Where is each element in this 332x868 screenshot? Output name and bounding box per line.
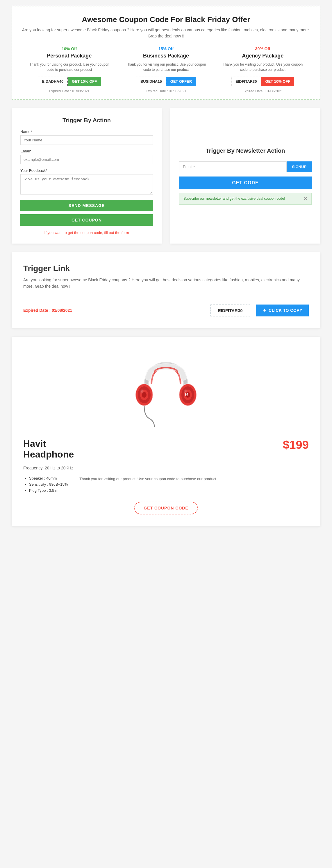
subscribe-note-text: Subscribe our newsletter and get the exc…	[184, 196, 285, 200]
name-group: Name*	[20, 129, 153, 145]
specs-list: Speaker : 40mm Sensitivity : 98dB+15% Pl…	[23, 476, 68, 493]
product-section: R HavitHeadphone $199 Frequency: 20 Hz t…	[11, 337, 321, 526]
personal-coupon-row: EIDADHA40 GET 10% OFF	[27, 76, 112, 86]
agency-code: EIDFITAR30	[231, 76, 261, 86]
headphone-image: R	[125, 348, 207, 430]
name-label: Name*	[20, 129, 153, 134]
svg-point-4	[140, 389, 144, 395]
get-coupon-button[interactable]: GET COUPON	[20, 214, 153, 226]
spec-item: Sensitivity : 98dB+15%	[29, 482, 68, 487]
name-input[interactable]	[20, 135, 153, 145]
product-price: $199	[283, 438, 309, 452]
business-code: BUSIDHA15	[136, 76, 166, 86]
trigger-action-form: Trigger By Action Name* Email* Your Feed…	[11, 108, 162, 244]
business-desc: Thank you for visiting our product. Use …	[123, 62, 209, 72]
email-group: Email*	[20, 149, 153, 164]
trigger-link-row: Expired Date : 01/08/2021 EIDFITAR30 ✦ C…	[23, 305, 309, 316]
package-agency: 30% Off Agency Package Thank you for vis…	[220, 46, 305, 93]
personal-expired: Expired Date : 01/08/2021	[27, 89, 112, 93]
product-info-row: HavitHeadphone $199	[23, 438, 309, 460]
trigger-link-expired: Expired Date : 01/08/2021	[23, 308, 205, 313]
spec-item: Speaker : 40mm	[29, 476, 68, 480]
agency-get-btn[interactable]: GET 10% OFF	[261, 77, 294, 86]
trigger-newsletter-form: Trigger By Newsletter Action SIGNUP GET …	[170, 108, 321, 244]
trigger-link-section: Trigger Link Are you looking for super a…	[11, 252, 321, 328]
packages-row: 10% Off Personal Package Thank you for v…	[18, 46, 314, 93]
business-discount: 15% Off	[123, 46, 209, 51]
business-name: Business Package	[123, 53, 209, 59]
click-to-copy-button[interactable]: ✦ CLICK TO COPY	[256, 305, 309, 316]
newsletter-email-row: SIGNUP	[179, 161, 312, 172]
business-get-btn[interactable]: GET OFFER	[166, 77, 196, 86]
product-thank-text: Thank you for visiting our product. Use …	[79, 476, 309, 494]
personal-discount: 10% Off	[27, 46, 112, 51]
svg-text:R: R	[185, 392, 188, 397]
personal-desc: Thank you for visiting our product. Use …	[27, 62, 112, 72]
personal-code: EIDADHA40	[38, 76, 68, 86]
trigger-link-title: Trigger Link	[23, 264, 309, 273]
coupon-section: Awesome Coupon Code For Black Friday Off…	[11, 6, 321, 100]
newsletter-title: Trigger By Newsletter Action	[179, 148, 312, 154]
feedback-label: Your Feedback*	[20, 168, 153, 173]
trigger-link-code: EIDFITAR30	[211, 305, 250, 316]
spec-item: Plug Type : 3.5 mm	[29, 488, 68, 493]
product-title: HavitHeadphone	[23, 438, 74, 460]
agency-name: Agency Package	[220, 53, 305, 59]
signup-button[interactable]: SIGNUP	[287, 161, 312, 172]
business-coupon-row: BUSIDHA15 GET OFFER	[123, 76, 209, 86]
trigger-link-desc: Are you looking for super awesome Black …	[23, 277, 309, 290]
trigger-action-title: Trigger By Action	[20, 117, 153, 124]
personal-name: Personal Package	[27, 53, 112, 59]
send-message-button[interactable]: SEND MESSAGE	[20, 200, 153, 211]
feedback-textarea[interactable]	[20, 174, 153, 194]
trigger-forms-section: Trigger By Action Name* Email* Your Feed…	[11, 108, 321, 244]
agency-expired: Expired Date : 01/08/2021	[220, 89, 305, 93]
form-warning: If you want to get the coupon code, fill…	[20, 230, 153, 235]
get-coupon-code-button[interactable]: GET COUPON CODE	[134, 502, 197, 515]
product-specs: Speaker : 40mm Sensitivity : 98dB+15% Pl…	[23, 476, 68, 494]
copy-icon: ✦	[262, 308, 267, 313]
coupon-subtitle: Are you looking for super awesome Black …	[18, 27, 314, 39]
email-label: Email*	[20, 149, 153, 153]
personal-get-btn[interactable]: GET 10% OFF	[68, 77, 101, 86]
subscribe-note: Subscribe our newsletter and get the exc…	[179, 193, 312, 205]
close-note-icon[interactable]: ✕	[304, 196, 307, 202]
email-input[interactable]	[20, 155, 153, 164]
business-expired: Expired Date : 01/08/2021	[123, 89, 209, 93]
get-code-button[interactable]: GET CODE	[179, 177, 312, 189]
package-personal: 10% Off Personal Package Thank you for v…	[27, 46, 112, 93]
product-details-row: Speaker : 40mm Sensitivity : 98dB+15% Pl…	[23, 476, 309, 494]
newsletter-email-input[interactable]	[179, 161, 287, 172]
agency-discount: 30% Off	[220, 46, 305, 51]
agency-desc: Thank you for visiting our product. Use …	[220, 62, 305, 72]
click-to-copy-label: CLICK TO COPY	[269, 308, 302, 313]
feedback-group: Your Feedback*	[20, 168, 153, 196]
coupon-title: Awesome Coupon Code For Black Friday Off…	[18, 15, 314, 24]
divider	[23, 297, 309, 297]
package-business: 15% Off Business Package Thank you for v…	[123, 46, 209, 93]
agency-coupon-row: EIDFITAR30 GET 10% OFF	[220, 76, 305, 86]
product-frequency: Frequency: 20 Hz to 20KHz	[23, 466, 309, 470]
